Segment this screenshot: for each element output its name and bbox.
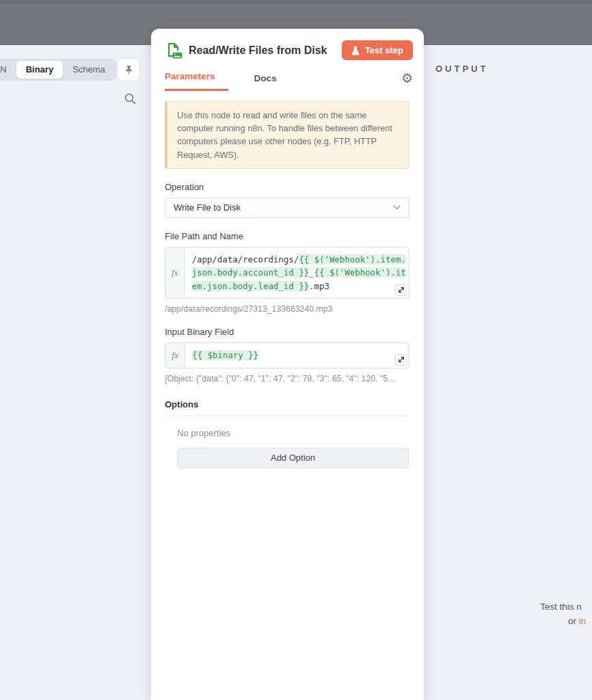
add-option-button[interactable]: Add Option <box>177 448 409 468</box>
operation-select[interactable]: Write File to Disk <box>165 198 409 218</box>
output-hint-line1: Test this n <box>540 602 582 612</box>
node-notice: Use this node to read and write files on… <box>165 101 409 169</box>
pin-data-button[interactable] <box>117 58 140 81</box>
input-binary-resolved-value: [Object: {"data": {"0": 47, "1": 47, "2"… <box>165 374 409 383</box>
tab-schema[interactable]: Schema <box>63 61 115 79</box>
modal-tabs: Parameters Docs ⚙ <box>151 71 424 91</box>
search-icon <box>124 92 137 105</box>
node-title: Read/Write Files from Disk <box>189 44 342 57</box>
tab-docs[interactable]: Docs <box>254 73 277 91</box>
top-bar-strip <box>0 0 592 5</box>
output-panel-title: OUTPUT <box>435 64 488 74</box>
modal-header: Read/Write Files from Disk Test step <box>151 29 424 60</box>
input-binary-label: Input Binary Field <box>165 327 409 337</box>
fx-icon: fx <box>165 343 185 368</box>
input-panel: JSON Binary Schema <box>0 45 151 700</box>
output-hint-prefix: or <box>568 616 579 626</box>
display-mode-switcher: JSON Binary Schema <box>0 59 117 81</box>
operation-label: Operation <box>165 182 409 192</box>
expand-icon <box>397 356 405 364</box>
tab-binary[interactable]: Binary <box>16 61 63 79</box>
pin-icon <box>124 65 134 75</box>
expand-expression-button[interactable] <box>395 354 407 366</box>
options-empty-text: No properties <box>177 428 409 438</box>
node-detail-modal: Read/Write Files from Disk Test step Par… <box>151 29 424 700</box>
fx-icon: fx <box>165 247 185 299</box>
options-section-header: Options <box>165 399 409 416</box>
expand-expression-button[interactable] <box>395 284 407 296</box>
operation-value: Write File to Disk <box>174 202 241 213</box>
input-binary-expression-input[interactable]: fx {{ $binary }} <box>165 342 409 368</box>
file-path-parameter: File Path and Name fx /app/data/recordin… <box>165 231 409 314</box>
test-step-label: Test step <box>365 45 403 55</box>
input-binary-parameter: Input Binary Field fx {{ $binary }} [Obj… <box>165 327 409 383</box>
read-write-file-node-icon <box>165 42 183 59</box>
expand-icon <box>397 286 405 294</box>
file-path-expression-code[interactable]: /app/data/recordings/{{ $('Webhook').ite… <box>185 247 409 299</box>
file-path-resolved-value: /app/data/recordings/27313_133663240.mp3 <box>165 304 409 314</box>
operation-parameter: Operation Write File to Disk <box>165 182 409 218</box>
search-button[interactable] <box>122 91 137 106</box>
file-path-expression-input[interactable]: fx /app/data/recordings/{{ $('Webhook').… <box>165 247 409 299</box>
test-step-button[interactable]: Test step <box>342 40 413 60</box>
tab-json[interactable]: JSON <box>0 61 16 79</box>
chevron-down-icon <box>393 205 401 210</box>
output-hint-line2: or in <box>568 616 586 626</box>
input-binary-expression-code[interactable]: {{ $binary }} <box>185 343 265 368</box>
file-path-label: File Path and Name <box>165 231 409 241</box>
output-hint-link[interactable]: in <box>579 616 587 626</box>
parameters-content: Use this node to read and write files on… <box>151 91 424 468</box>
flask-icon <box>351 46 360 55</box>
tab-parameters[interactable]: Parameters <box>165 71 228 91</box>
node-settings-gear-icon[interactable]: ⚙ <box>401 72 413 91</box>
